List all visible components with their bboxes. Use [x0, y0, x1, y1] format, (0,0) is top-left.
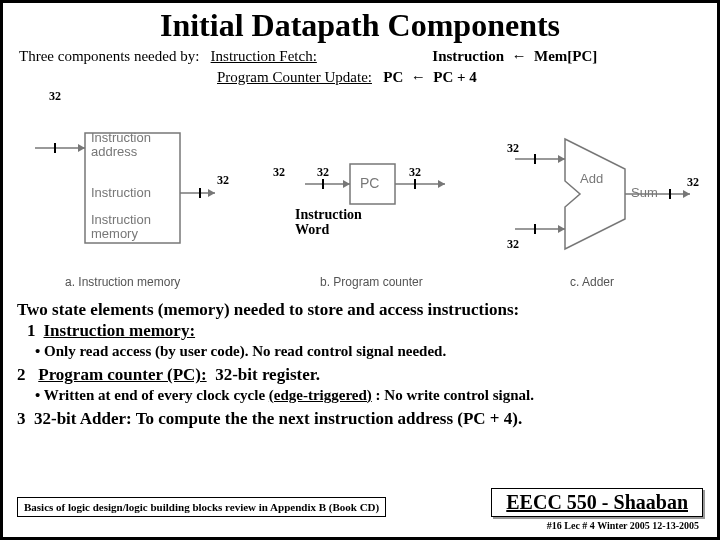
slide-title: Initial Datapath Components: [3, 7, 717, 44]
fetch-mempc: Mem[PC]: [534, 48, 597, 64]
arrow-icon: ←: [512, 47, 527, 64]
svg-marker-19: [558, 225, 565, 233]
appendix-note: Basics of logic design/logic building bl…: [17, 497, 386, 517]
bw-label: 32: [687, 175, 699, 190]
slide: Initial Datapath Components Three compon…: [0, 0, 720, 540]
item-2-bullet-b: : No write control signal.: [376, 387, 534, 403]
adder-svg: [495, 129, 705, 269]
svg-marker-16: [558, 155, 565, 163]
item-2-num: 2: [17, 365, 26, 384]
course-box: EECC 550 - Shaaban: [491, 488, 703, 517]
caption-c: c. Adder: [570, 275, 614, 289]
instr-memory-svg: [25, 93, 215, 273]
bw-label: 32: [507, 141, 519, 156]
caption-b: b. Program counter: [320, 275, 423, 289]
svg-marker-22: [683, 190, 690, 198]
svg-marker-14: [565, 139, 625, 249]
pc-label: PC: [360, 175, 379, 191]
intro-block: Three components needed by: Instruction …: [19, 46, 701, 87]
slide-meta: #16 Lec # 4 Winter 2005 12-13-2005: [547, 520, 699, 531]
arrow-icon: ←: [411, 68, 426, 85]
caption-a: a. Instruction memory: [65, 275, 180, 289]
item-2-text-a: Program counter (PC):: [38, 365, 206, 384]
body-text: Two state elements (memory) needed to st…: [17, 299, 703, 430]
item-3-num: 3: [17, 409, 26, 428]
sum-label: Sum: [631, 185, 658, 200]
instr-word-label: InstructionWord: [295, 207, 362, 238]
fetch-instr: Instruction: [432, 48, 504, 64]
instruction-label: Instruction: [91, 185, 151, 200]
bw-label: 32: [217, 173, 229, 188]
diagram-area: 32 Instructionaddress Instruction Instru…: [15, 89, 705, 299]
bw-label: 32: [409, 165, 421, 180]
item-1-text: Instruction memory:: [44, 321, 196, 340]
item-2-bullet-a: • Written at end of every clock cycle: [35, 387, 265, 403]
svg-marker-2: [78, 144, 85, 152]
add-label: Add: [580, 171, 603, 186]
pc-rhs: PC + 4: [433, 69, 477, 85]
item-2-text-b: 32-bit register.: [215, 365, 320, 384]
item-3-text: 32-bit Adder: To compute the the next in…: [34, 409, 522, 428]
fetch-label: Instruction Fetch:: [211, 48, 317, 64]
lead-text: Two state elements (memory) needed to st…: [17, 299, 703, 320]
bw-label: 32: [317, 165, 329, 180]
intro-prefix: Three components needed by:: [19, 48, 199, 64]
item-1-bullet: • Only read access (by user code). No re…: [35, 342, 703, 361]
item-2-edge: (edge-triggered): [269, 387, 372, 403]
bw-label: 32: [49, 89, 61, 104]
svg-marker-5: [208, 189, 215, 197]
svg-marker-9: [343, 180, 350, 188]
pcupdate-label: Program Counter Update:: [217, 69, 372, 85]
instr-mem-label: Instructionmemory: [91, 213, 151, 242]
bw-label: 32: [273, 165, 285, 180]
item-1-num: 1: [27, 321, 36, 340]
pc-lhs: PC: [383, 69, 403, 85]
instr-addr-label: Instructionaddress: [91, 131, 151, 160]
svg-marker-12: [438, 180, 445, 188]
bw-label: 32: [507, 237, 519, 252]
